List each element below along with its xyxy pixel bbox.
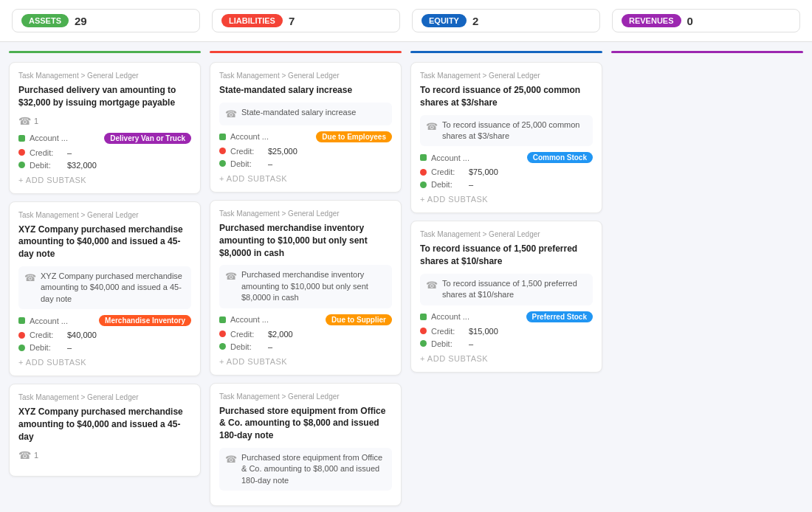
subtask-icon: ☎ [426,279,438,292]
account-tag[interactable]: Delivery Van or Truck [104,133,191,144]
credit-value: – [67,148,72,157]
account-dot [18,135,25,142]
account-tag[interactable]: Merchandise Inventory [99,315,191,326]
add-subtask-button[interactable]: + ADD SUBTASK [219,174,392,183]
add-subtask-button[interactable]: + ADD SUBTASK [18,176,191,184]
account-row: Account ...Delivery Van or Truck [18,133,191,144]
debit-row: Debit:– [219,159,392,168]
credit-row: Credit:$15,000 [420,327,593,336]
badge-revenues: REVENUES [622,14,681,27]
credit-dot [420,169,427,176]
subtask-text: State-mandated salary increase [241,107,356,118]
debit-label: Debit: [30,161,63,170]
debit-dot [420,181,427,188]
debit-label: Debit: [230,342,264,351]
card-assets-0: Task Management > General LedgerPurchase… [9,62,201,194]
badge-assets: ASSETS [21,14,69,27]
column-header-line-equity [410,51,602,53]
account-dot [219,134,226,140]
add-subtask-button[interactable]: + ADD SUBTASK [219,357,392,366]
top-bar: ASSETS29LIABILITIES7EQUITY2REVENUES0 [0,0,812,42]
credit-row: Credit:$75,000 [420,167,593,176]
card-breadcrumb: Task Management > General Ledger [219,210,392,218]
column-liabilities: Task Management > General LedgerState-ma… [210,51,402,506]
card-breadcrumb: Task Management > General Ledger [18,393,191,401]
account-label: Account ... [230,315,321,324]
debit-label: Debit: [431,339,464,348]
card-breadcrumb: Task Management > General Ledger [18,211,191,219]
columns-container: Task Management > General LedgerPurchase… [0,42,812,512]
credit-label: Credit: [30,148,63,157]
credit-label: Credit: [431,167,464,176]
card-title: State-mandated salary increase [219,84,392,97]
column-revenues [611,51,803,506]
debit-value: – [268,159,272,168]
category-revenues[interactable]: REVENUES0 [612,9,800,32]
subtask-text: To record issuance of 25,000 common shar… [442,120,587,142]
credit-value: $25,000 [268,147,297,156]
credit-row: Credit:– [18,148,191,157]
credit-label: Credit: [230,330,264,339]
account-tag[interactable]: Due to Employees [316,131,392,142]
category-equity[interactable]: EQUITY2 [412,9,600,32]
column-header-line-assets [9,51,201,53]
category-liabilities[interactable]: LIABILITIES7 [212,9,400,32]
add-subtask-button[interactable]: + ADD SUBTASK [420,195,593,204]
column-equity: Task Management > General LedgerTo recor… [410,51,602,506]
card-equity-0: Task Management > General LedgerTo recor… [410,62,602,213]
account-dot [420,314,427,320]
credit-label: Credit: [230,147,264,156]
subtask-text: Purchased store equipment from Office & … [241,452,386,486]
badge-liabilities: LIABILITIES [221,14,283,27]
card-assets-1: Task Management > General LedgerXYZ Comp… [9,201,201,377]
category-assets[interactable]: ASSETS29 [12,9,200,32]
credit-row: Credit:$25,000 [219,147,392,156]
account-label: Account ... [431,312,522,321]
card-breadcrumb: Task Management > General Ledger [219,392,392,401]
debit-dot [18,345,25,351]
card-equity-1: Task Management > General LedgerTo recor… [410,221,602,372]
credit-label: Credit: [431,327,464,336]
column-header-line-revenues [611,51,803,53]
account-dot [18,317,25,324]
debit-dot [219,343,226,350]
subtask-icon: ☎ [225,453,237,466]
count-revenues: 0 [687,15,693,27]
card-liabilities-0: Task Management > General LedgerState-ma… [210,62,402,193]
debit-value: – [469,339,473,348]
add-subtask-button[interactable]: + ADD SUBTASK [420,354,593,363]
count-equity: 2 [472,15,478,27]
column-assets: Task Management > General LedgerPurchase… [9,51,201,506]
count-assets: 29 [75,15,87,27]
credit-dot [420,328,427,334]
debit-row: Debit:$32,000 [18,161,191,170]
card-breadcrumb: Task Management > General Ledger [18,72,191,80]
account-tag[interactable]: Due to Supplier [326,314,392,325]
subtask-icon: ☎ [225,270,237,283]
debit-value: – [469,180,473,189]
account-tag[interactable]: Common Stock [527,152,593,163]
card-title: To record issuance of 1,500 preferred sh… [420,243,593,268]
card-assets-2: Task Management > General LedgerXYZ Comp… [9,384,201,476]
card-liabilities-2: Task Management > General LedgerPurchase… [210,383,402,507]
credit-label: Credit: [30,331,63,339]
debit-row: Debit:– [420,180,593,189]
credit-row: Credit:$2,000 [219,330,392,339]
card-title: XYZ Company purchased merchandise amount… [18,406,191,443]
credit-value: $15,000 [469,327,498,336]
debit-dot [420,340,427,347]
credit-value: $2,000 [268,330,293,339]
account-tag[interactable]: Preferred Stock [526,311,593,322]
add-subtask-button[interactable]: + ADD SUBTASK [18,358,191,367]
credit-dot [219,331,226,337]
debit-dot [219,160,226,167]
debit-value: $32,000 [67,161,97,170]
account-dot [420,154,427,161]
card-breadcrumb: Task Management > General Ledger [219,72,392,80]
subtask-item: ☎To record issuance of 1,500 preferred s… [420,274,593,305]
card-title: Purchased merchandise inventory amountin… [219,222,392,259]
subtask-icon: ☎ [225,108,237,121]
debit-label: Debit: [30,343,63,352]
subtask-count: ☎ 1 [18,449,191,461]
subtask-item: ☎Purchased store equipment from Office &… [219,448,392,491]
